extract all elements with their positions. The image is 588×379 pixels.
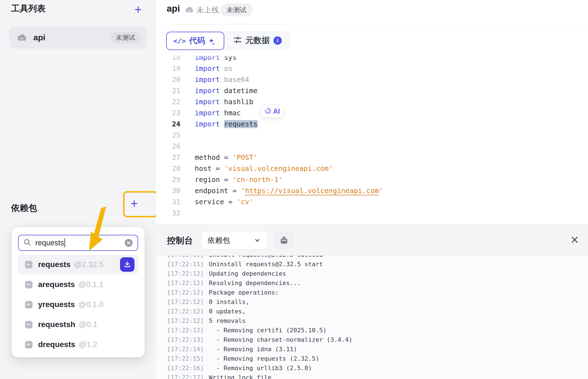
code-line[interactable]: 24import requests: [156, 118, 588, 129]
package-name: arequests: [38, 280, 75, 289]
dependency-search-popup: requests requests@2.32.5arequests@0.1.1y…: [12, 227, 144, 357]
ai-assist-button[interactable]: AI: [261, 105, 283, 118]
broom-icon: [279, 236, 289, 245]
package-item[interactable]: requests@2.32.5: [18, 255, 138, 275]
code-line[interactable]: 21import datetime: [156, 85, 588, 96]
console-log-output[interactable]: [17:22:10]Install requests@2.32.5 succee…: [156, 256, 588, 379]
line-number: 22: [156, 98, 180, 106]
cloud-status-icon: <>: [185, 6, 194, 13]
add-tool-button[interactable]: +: [131, 2, 145, 17]
code-editor[interactable]: 18import sys19import os20import base6421…: [156, 54, 588, 225]
close-console-button[interactable]: [569, 234, 581, 246]
chevron-down-icon: [254, 237, 261, 244]
line-number: 29: [156, 176, 180, 184]
log-time: [17:22:12]: [156, 289, 204, 296]
log-time: [17:22:14]: [156, 346, 204, 353]
package-item[interactable]: drequests@1.2: [18, 335, 138, 355]
tools-sidebar: 工具列表 + <> api 未测试 依赖包 + requ: [0, 0, 156, 379]
console-title: 控制台: [167, 235, 193, 246]
package-name: requests: [38, 260, 71, 269]
package-name: drequests: [38, 340, 75, 349]
sparkles-icon: ✦✦: [209, 38, 217, 44]
package-icon: [25, 261, 33, 268]
package-item[interactable]: requestsh@0.1: [18, 315, 138, 335]
code-line[interactable]: 29region = 'cn-north-1': [156, 174, 588, 185]
clear-console-button[interactable]: [275, 232, 293, 249]
log-line: [17:22:12]Package operations:: [156, 288, 588, 297]
log-time: [17:22:12]: [156, 308, 204, 315]
line-content: endpoint = 'https://visual.volcengineapi…: [180, 187, 383, 195]
download-icon: [123, 260, 131, 269]
tool-item-api[interactable]: <> api 未测试: [9, 26, 147, 49]
spinner-icon: [264, 107, 271, 116]
line-content: host = 'visual.volcengineapi.com': [180, 164, 333, 173]
line-content: import sys: [180, 54, 237, 61]
code-line[interactable]: 30endpoint = 'https://visual.volcenginea…: [156, 185, 588, 196]
code-line[interactable]: 22import hashlib: [156, 96, 588, 107]
search-icon: [23, 238, 31, 248]
package-icon: [25, 341, 33, 348]
code-line[interactable]: 26: [156, 141, 588, 152]
log-line: [17:22:14] - Removing idna (3.11): [156, 344, 588, 354]
line-number: 31: [156, 198, 180, 206]
code-line[interactable]: 31service = 'cv': [156, 196, 588, 207]
code-line[interactable]: 19import os: [156, 63, 588, 74]
code-line[interactable]: 28host = 'visual.volcengineapi.com': [156, 163, 588, 174]
log-text: - Removing certifi (2025.10.5): [209, 327, 327, 334]
log-line: [17:22:12]5 removals: [156, 316, 588, 325]
editor-tab-group: 元数据 i </> 代码 ✦✦: [166, 32, 290, 49]
package-version: @0.1.0: [78, 300, 103, 309]
log-line: [17:22:10]Install requests@2.32.5 succee…: [156, 256, 588, 259]
tab-metadata[interactable]: 元数据 i: [224, 32, 290, 49]
clear-search-icon[interactable]: [124, 238, 133, 247]
main-panel: api <> 未上线 未测试 元数据 i </>: [156, 0, 588, 379]
log-time: [17:22:13]: [156, 336, 204, 343]
line-number: 21: [156, 87, 180, 95]
line-number: 28: [156, 164, 180, 173]
code-line[interactable]: 25: [156, 129, 588, 141]
code-line[interactable]: 27method = 'POST': [156, 152, 588, 163]
package-version: @2.32.5: [74, 260, 103, 269]
line-content: import hmac: [180, 109, 241, 117]
tab-code[interactable]: </> 代码 ✦✦: [166, 32, 224, 50]
console-filter-value: 依赖包: [208, 235, 230, 245]
line-number: 24: [156, 120, 180, 128]
log-line: [17:22:16] - Removing urllib3 (2.5.0): [156, 363, 588, 373]
log-text: Updating dependencies: [209, 270, 286, 277]
log-line: [17:22:12]Updating dependencies: [156, 269, 588, 278]
log-text: Uninstall requests@2.32.5 start: [209, 261, 323, 268]
tab-metadata-label: 元数据: [246, 35, 270, 46]
package-item[interactable]: yrequests@0.1.0: [18, 295, 138, 315]
line-content: import datetime: [180, 87, 258, 95]
package-results: requests@2.32.5arequests@0.1.1yrequests@…: [18, 255, 138, 355]
tools-list-title: 工具列表: [11, 3, 46, 14]
package-version: @1.2: [79, 340, 97, 349]
log-time: [17:22:12]: [156, 280, 204, 286]
line-number: 30: [156, 187, 180, 195]
ai-button-label: AI: [273, 107, 280, 115]
console-filter-select[interactable]: 依赖包: [201, 232, 267, 249]
tool-header: api <> 未上线 未测试: [156, 0, 588, 24]
log-text: 5 removals: [209, 317, 245, 324]
line-content: import os: [180, 64, 232, 73]
line-number: 27: [156, 153, 180, 161]
code-line[interactable]: 32: [156, 207, 588, 218]
package-icon: [25, 321, 33, 328]
package-name: requestsh: [38, 320, 75, 329]
log-line: [17:22:17]Writing lock file: [156, 373, 588, 379]
line-number: 23: [156, 109, 180, 117]
add-dependency-button[interactable]: +: [127, 196, 141, 211]
line-number: 25: [156, 131, 180, 139]
code-line[interactable]: 20import base64: [156, 74, 588, 85]
close-icon: [570, 235, 579, 245]
log-time: [17:22:12]: [156, 327, 204, 334]
info-icon: i: [273, 36, 282, 45]
tab-code-label: 代码: [189, 35, 205, 46]
code-line[interactable]: 23import hmac: [156, 107, 588, 118]
install-package-button[interactable]: [120, 257, 134, 272]
dependencies-title: 依赖包: [11, 202, 37, 214]
package-item[interactable]: arequests@0.1.1: [18, 275, 138, 295]
code-line[interactable]: 18import sys: [156, 54, 588, 63]
log-text: Writing lock file: [209, 374, 271, 379]
package-search-input[interactable]: requests: [18, 235, 138, 251]
